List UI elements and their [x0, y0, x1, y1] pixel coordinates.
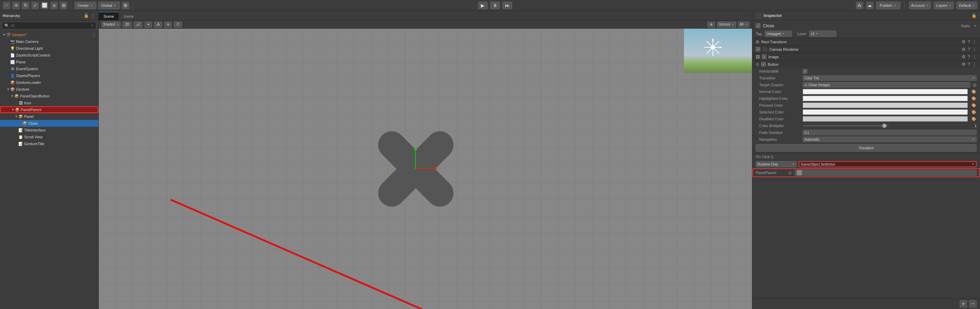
rect-help-icon[interactable]: ?: [968, 39, 970, 44]
hierarchy-search-bar[interactable]: 🔍 All ▼: [2, 22, 96, 29]
2d-button[interactable]: 2D: [123, 21, 132, 27]
tree-item-gesture-scene[interactable]: ▼ 🎬 Gesture* ⋮: [0, 31, 98, 38]
canvas-help-icon[interactable]: ?: [968, 46, 970, 52]
tool-custom-icon[interactable]: ⊞: [60, 2, 67, 9]
rect-settings-icon[interactable]: ⚙: [962, 39, 966, 44]
color-picker-icon[interactable]: 🎨: [971, 96, 977, 101]
rect-transform-component[interactable]: ⊞ Rect Transform ⚙ ? ⋮: [752, 38, 980, 45]
remove-component-button[interactable]: −: [969, 300, 977, 307]
object-active-checkbox[interactable]: ✓: [756, 24, 760, 28]
panel-parent-ref-field[interactable]: [795, 170, 977, 176]
canvas-overflow-icon[interactable]: ⋮: [972, 46, 977, 52]
center-dropdown[interactable]: Center ▼: [75, 2, 96, 9]
pressed-color-swatch[interactable]: [803, 102, 968, 108]
layer-dropdown[interactable]: UI ▼: [809, 30, 837, 37]
tool-transform-icon[interactable]: ⧈: [50, 2, 58, 9]
shading-dropdown[interactable]: Shaded ▼: [102, 21, 121, 27]
tree-item-panelparent[interactable]: ▼ 📦 PanelParent: [0, 106, 98, 113]
disabled-color-swatch[interactable]: [803, 116, 968, 122]
step-button[interactable]: ⏭: [503, 2, 512, 9]
button-help-icon[interactable]: ?: [968, 62, 970, 67]
visualize-button[interactable]: Visualize: [756, 144, 977, 152]
tree-spacer: [14, 142, 18, 146]
button-overflow-icon[interactable]: ⋮: [972, 62, 977, 67]
layout-dropdown[interactable]: Default ▼: [956, 2, 977, 9]
tree-item-gesturetitle[interactable]: 📝 GestureTitle: [0, 140, 98, 147]
gizmos-dropdown[interactable]: Gizmos ▼: [717, 21, 736, 27]
highlighted-color-swatch[interactable]: [803, 96, 968, 101]
tree-item-close[interactable]: 📦 Close: [0, 120, 98, 127]
tree-item-titleinterface[interactable]: 📝 TitleInterface: [0, 127, 98, 134]
color-picker-icon[interactable]: 🎨: [971, 89, 977, 94]
cloud-icon[interactable]: ☁: [866, 2, 873, 9]
target-graphic-ref[interactable]: ⊞ Close (Image): [803, 82, 970, 88]
tree-item-directional-light[interactable]: 💡 Directional Light: [0, 45, 98, 52]
button-toggle[interactable]: ✓: [761, 62, 765, 66]
hierarchy-lock-button[interactable]: 🔓: [83, 13, 89, 18]
hierarchy-more-button[interactable]: ⋮: [90, 13, 95, 18]
button-component[interactable]: ⊙ ✓ Button ⚙ ? ⋮: [752, 60, 980, 68]
tree-item-zeptoplayers[interactable]: 👤 ZepetoPlayers: [0, 72, 98, 79]
tree-item-icon[interactable]: 🖼 Icon: [0, 99, 98, 106]
scene-tab[interactable]: Scene: [99, 12, 119, 20]
canvas-renderer-toggle[interactable]: ✓: [756, 47, 760, 51]
play-button[interactable]: ▶: [478, 2, 488, 9]
image-component[interactable]: 🖼 ✓ Image ⚙ ? ⋮: [752, 53, 980, 60]
color-picker-icon[interactable]: 🎨: [971, 109, 977, 115]
account-dropdown[interactable]: Account ▼: [909, 2, 931, 9]
image-help-icon[interactable]: ?: [968, 54, 970, 59]
image-overflow-icon[interactable]: ⋮: [972, 54, 977, 59]
button-settings-icon[interactable]: ⚙: [962, 62, 966, 67]
color-picker-icon[interactable]: 🎨: [971, 102, 977, 108]
scene-view[interactable]: [99, 29, 752, 309]
all-dropdown[interactable]: All ▼: [738, 21, 749, 27]
tool-rotate-icon[interactable]: ↻: [22, 2, 29, 9]
game-tab[interactable]: Game: [119, 12, 138, 20]
tree-item-plane[interactable]: ⬜ Plane: [0, 59, 98, 66]
image-toggle[interactable]: ✓: [762, 54, 766, 59]
tree-item-gesture[interactable]: ▼ 📦 Gesture: [0, 86, 98, 93]
tool-move-icon[interactable]: ✛: [12, 2, 20, 9]
target-graphic-pick-icon[interactable]: ⊙: [973, 82, 977, 88]
fog-icon[interactable]: ≋: [164, 21, 172, 27]
interactable-checkbox[interactable]: ✓: [803, 69, 807, 74]
tree-dots-icon[interactable]: ⋮: [92, 32, 96, 37]
function-dropdown[interactable]: GameObject.SetActive ▼: [799, 161, 977, 167]
grid-icon[interactable]: ⊞: [122, 2, 129, 9]
audio-icon[interactable]: 🔊: [134, 21, 143, 27]
canvas-renderer-component[interactable]: ✓ ⬛ Canvas Renderer ⚙ ? ⋮: [752, 45, 980, 53]
add-component-button[interactable]: +: [959, 300, 967, 307]
tool-hand-icon[interactable]: ☞: [3, 2, 10, 9]
layers-dropdown[interactable]: Layers ▼: [934, 2, 954, 9]
transition-dropdown[interactable]: Color Tint ▼: [803, 75, 977, 81]
fade-duration-input[interactable]: 0.1: [803, 130, 977, 135]
tree-item-gestureloader[interactable]: 📦 GestureLoader: [0, 79, 98, 86]
rect-overflow-icon[interactable]: ⋮: [972, 39, 977, 44]
tree-item-main-camera[interactable]: 📷 Main Camera: [0, 38, 98, 45]
tree-item-panelopenbutton[interactable]: ▼ 📦 PanelOpenButton: [0, 93, 98, 99]
publish-button[interactable]: Publish ▼: [876, 2, 900, 9]
color-multiplier-slider[interactable]: [803, 125, 889, 126]
tree-item-scrollview[interactable]: 📋 Scroll View: [0, 134, 98, 140]
tree-item-zepetoscriptcontext[interactable]: 📄 ZepetoScriptContext: [0, 52, 98, 59]
tool-rect-icon[interactable]: ⬜: [41, 2, 48, 9]
fx-icon[interactable]: ✦: [145, 21, 152, 27]
normal-color-swatch[interactable]: [803, 89, 968, 94]
skybox-icon[interactable]: ⁂: [154, 21, 162, 27]
selected-color-swatch[interactable]: [803, 109, 968, 115]
tag-dropdown[interactable]: Untagged ▼: [765, 30, 792, 37]
color-picker-icon[interactable]: 🎨: [971, 116, 977, 122]
anim-icon[interactable]: ⏱: [174, 21, 182, 27]
pause-button[interactable]: ⏸: [490, 2, 500, 9]
tree-item-eventsystem[interactable]: ⚙ EventSystem: [0, 66, 98, 72]
gizmos-icon[interactable]: ⊗: [708, 21, 715, 27]
runtime-only-dropdown[interactable]: Runtime Only ▼: [756, 161, 797, 167]
tree-item-panel[interactable]: ▼ 📦 Panel: [0, 113, 98, 120]
inspector-lock-button[interactable]: 🔓: [971, 13, 977, 18]
image-settings-icon[interactable]: ⚙: [962, 54, 966, 59]
canvas-settings-icon[interactable]: ⚙: [962, 46, 966, 52]
tool-scale-icon[interactable]: ⤢: [31, 2, 39, 9]
global-dropdown[interactable]: Global ▼: [98, 2, 120, 9]
navigation-dropdown[interactable]: Automatic ▼: [803, 137, 977, 142]
collab-icon[interactable]: ⁂: [856, 2, 863, 9]
